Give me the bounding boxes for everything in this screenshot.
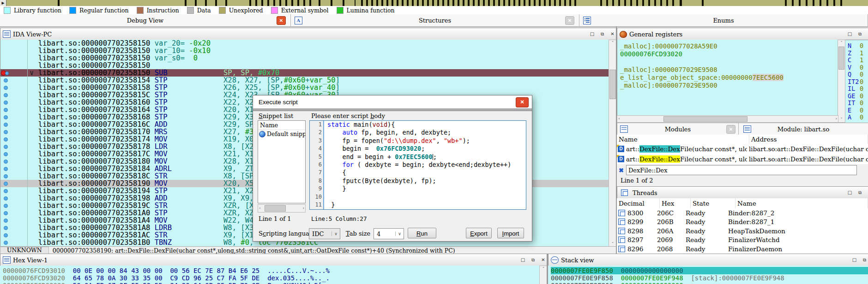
- close-icon[interactable]: ✕: [277, 16, 286, 25]
- breakpoint-gutter[interactable]: [0, 217, 28, 224]
- breakpoint-dot-icon[interactable]: [4, 167, 8, 171]
- export-button[interactable]: Export: [466, 228, 492, 238]
- column-header[interactable]: Hex: [660, 198, 691, 208]
- breakpoint-gutter[interactable]: [0, 47, 28, 54]
- code-line[interactable]: }: [327, 201, 526, 209]
- breakpoint-gutter[interactable]: [0, 224, 28, 231]
- module-function-row[interactable]: Dart::DexFile::DexFile(uchar const*, ulo…: [617, 144, 868, 154]
- register-line[interactable]: _malloc]:00000077029E9508: [620, 66, 841, 74]
- close-icon[interactable]: ✕: [516, 97, 529, 107]
- cpu-flag[interactable]: E0: [848, 107, 868, 114]
- clear-filter-icon[interactable]: ✖: [619, 167, 624, 174]
- cpu-flag[interactable]: N0: [848, 42, 868, 50]
- code-line[interactable]: [327, 193, 526, 201]
- breakpoint-dot-icon[interactable]: [4, 145, 8, 149]
- breakpoint-dot-icon[interactable]: [4, 174, 8, 178]
- breakpoint-gutter[interactable]: [0, 180, 28, 187]
- thread-row[interactable]: 8299206BReadyBinder:8287_1: [617, 218, 868, 227]
- float-icon[interactable]: ⧉: [529, 256, 537, 264]
- tab-enums[interactable]: Enums: [579, 14, 868, 26]
- breakpoint-dot-icon[interactable]: [4, 211, 8, 215]
- disassembly-line[interactable]: libart.so:0000007702358150 var_20= -0x20: [0, 40, 609, 47]
- hex-dump[interactable]: 00000076FCD93010 00 0E 00 00 84 43 00 00…: [0, 266, 542, 284]
- tab-debug-view[interactable]: Debug View ✕: [0, 14, 291, 26]
- cpu-flag[interactable]: IL0: [848, 85, 868, 93]
- breakpoint-dot-icon[interactable]: [4, 182, 8, 186]
- stack-row[interactable]: 0000007FE0E9F860 0000000000000000: [551, 282, 868, 284]
- thread-row[interactable]: 8298206AReadyHeapTaskDaemon: [617, 226, 868, 236]
- import-button[interactable]: Import: [497, 228, 524, 238]
- code-line[interactable]: end = begin + 0x7EEC5600;: [327, 153, 526, 161]
- breakpoint-gutter[interactable]: [0, 143, 28, 150]
- code-line[interactable]: {: [327, 169, 526, 177]
- breakpoint-dot-icon[interactable]: [4, 123, 8, 127]
- hex-row[interactable]: 00000076FCD93030 50 0A FB 67 3F 55 53 55…: [3, 282, 542, 284]
- scripting-language-select[interactable]: IDC ∨: [309, 228, 340, 239]
- column-header[interactable]: State: [691, 198, 735, 208]
- editor-code[interactable]: static main(void){ auto fp, begin, end, …: [324, 121, 526, 209]
- stack-dump[interactable]: 0000007FE0E9F850 00000000000000000000007…: [548, 266, 868, 284]
- maximize-icon[interactable]: □: [518, 256, 527, 264]
- column-header[interactable]: Name: [617, 135, 749, 144]
- breakpoint-gutter[interactable]: [0, 54, 28, 62]
- breakpoint-gutter[interactable]: [0, 77, 28, 84]
- module-function-row[interactable]: Dart::DexFile::DexFile(uchar const*, ulo…: [617, 154, 868, 164]
- breakpoint-gutter[interactable]: [0, 195, 28, 202]
- code-line[interactable]: fputc(Byte(dexbyte), fp);: [327, 177, 526, 185]
- tab-module-libart[interactable]: Module: libart.so: [739, 123, 868, 135]
- breakpoint-gutter[interactable]: [0, 128, 28, 136]
- cpu-flag[interactable]: IT20: [848, 78, 868, 86]
- maximize-icon[interactable]: □: [845, 30, 854, 38]
- breakpoint-dot-icon[interactable]: [4, 93, 8, 97]
- code-line[interactable]: auto fp, begin, end, dexbyte;: [327, 129, 526, 136]
- breakpoint-gutter[interactable]: [0, 158, 28, 165]
- breakpoint-gutter[interactable]: [0, 165, 28, 172]
- maximize-icon[interactable]: □: [850, 256, 859, 264]
- breakpoint-dot-icon[interactable]: [4, 241, 8, 245]
- breakpoint-gutter[interactable]: [0, 40, 28, 47]
- cpu-flag[interactable]: Q0: [848, 71, 868, 78]
- breakpoint-dot-icon[interactable]: [4, 101, 8, 105]
- stack-row[interactable]: 0000007FE0E9F850 0000000000000000: [551, 267, 868, 274]
- breakpoint-gutter[interactable]: [0, 136, 28, 143]
- registers-vscrollbar[interactable]: ˄ ˅: [838, 40, 845, 123]
- thread-row[interactable]: 82962068ReadyFinalizerDaemon: [617, 244, 868, 254]
- thread-row[interactable]: 8300206CReadyBinder:8287_2: [617, 208, 868, 218]
- breakpoint-gutter[interactable]: [0, 99, 28, 106]
- snippet-list[interactable]: Name Default snippet: [258, 120, 306, 203]
- snippet-list-header[interactable]: Name: [258, 121, 305, 130]
- column-header[interactable]: Decimal: [617, 198, 660, 208]
- tab-modules[interactable]: Modules ✕: [617, 123, 739, 135]
- float-icon[interactable]: ⧉: [856, 189, 864, 197]
- snippet-list-hscrollbar[interactable]: ‹ ›: [258, 204, 306, 213]
- dialog-titlebar[interactable]: Execute script: [253, 95, 532, 108]
- breakpoint-gutter[interactable]: [0, 62, 28, 69]
- tab-structures[interactable]: A Structures ✕: [291, 14, 579, 26]
- register-line[interactable]: [620, 58, 841, 66]
- hex-row[interactable]: 00000076FCD93020 64 65 78 0A 30 33 35 00…: [3, 274, 542, 282]
- snippet-item[interactable]: Default snippet: [258, 130, 305, 138]
- hex-row[interactable]: 00000076FCD93010 00 0E 00 00 84 43 00 00…: [3, 267, 542, 274]
- cpu-flag[interactable]: GE0: [848, 93, 868, 100]
- tab-size-select[interactable]: 4 ∨: [374, 228, 404, 239]
- breakpoint-gutter[interactable]: [0, 69, 28, 77]
- stack-row[interactable]: 0000007FE0E9F858 0000007FE0E9F948 [stack…: [551, 274, 868, 282]
- breakpoint-dot-icon[interactable]: [4, 226, 8, 230]
- close-icon[interactable]: ✕: [726, 125, 735, 134]
- breakpoint-dot-icon[interactable]: [4, 108, 8, 112]
- navigation-band[interactable]: ▶: [0, 0, 868, 6]
- breakpoint-dot-icon[interactable]: [4, 233, 8, 237]
- breakpoint-dot-icon[interactable]: [4, 130, 8, 134]
- thread-row[interactable]: 82972069ReadyFinalizerWatchd: [617, 236, 868, 245]
- breakpoint-dot-icon[interactable]: [4, 78, 8, 83]
- breakpoint-dot-icon[interactable]: [4, 137, 8, 142]
- breakpoint-dot-icon[interactable]: [4, 152, 8, 156]
- breakpoint-gutter[interactable]: [0, 239, 28, 246]
- float-icon[interactable]: ⧉: [598, 30, 607, 38]
- registers-hscrollbar[interactable]: ‹ ›: [617, 115, 838, 123]
- register-line[interactable]: e_list_large_object_space:000000007EEC56…: [620, 74, 841, 82]
- column-header[interactable]: Name: [735, 198, 868, 208]
- maximize-icon[interactable]: □: [588, 30, 597, 38]
- breakpoint-dot-icon[interactable]: [4, 115, 8, 119]
- register-line[interactable]: _malloc]:00000077028A59E0: [620, 42, 841, 50]
